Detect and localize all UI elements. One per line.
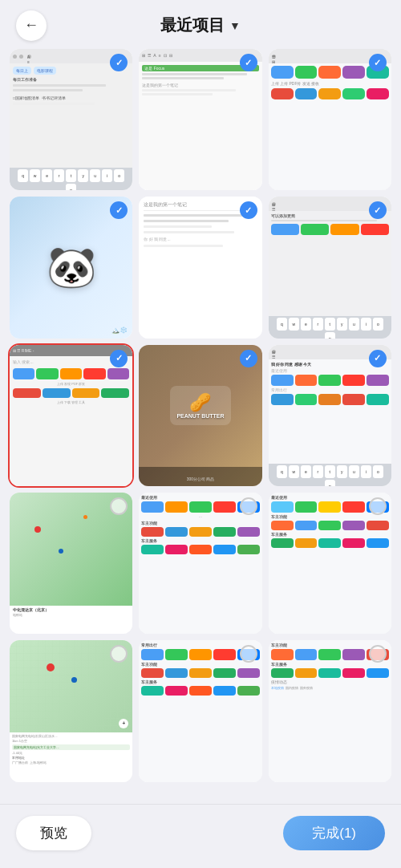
thumb-preview-5: 这是我的第一个笔记 你 好 我 同意... — [139, 197, 261, 338]
select-check-5[interactable] — [240, 201, 257, 219]
header: ← 最近项目 ▼ — [0, 0, 401, 46]
thumb-item-6[interactable]: ⊞ ☰ A ≡ ⊡ ⊟ 可以添加更简 qwe rty uiop — [269, 197, 391, 338]
bottom-bar: 预览 完成(1) — [0, 804, 401, 868]
thumb-item-5[interactable]: 这是我的第一个笔记 你 好 我 同意... — [139, 197, 261, 338]
thumb-item-14[interactable]: 常用出行 车主功能 — [139, 640, 261, 781]
select-check-12[interactable] — [369, 497, 387, 515]
back-icon: ← — [24, 17, 38, 34]
back-button[interactable]: ← — [16, 10, 47, 41]
thumb-item-11[interactable]: 最近使用 ··· 车主功能 — [139, 493, 261, 634]
select-check-11[interactable] — [240, 497, 257, 515]
select-check-8[interactable] — [240, 350, 257, 367]
select-check-14[interactable] — [240, 645, 257, 663]
select-check-2[interactable] — [240, 54, 257, 71]
thumb-preview-14: 常用出行 车主功能 — [139, 640, 261, 781]
dropdown-chevron-icon[interactable]: ▼ — [229, 19, 241, 32]
thumbnail-grid: A ≡ ⊞ 每日上 电影课程 每日工作准备 □国家地图清单 书书记评清单 — [0, 46, 401, 862]
thumb-item-12[interactable]: 最近使用 车主功能 — [269, 493, 391, 634]
thumb-item-7[interactable]: ⊞ ☰ RIME - 输入 搜索... 上传 发现 PDF 群发 — [10, 345, 132, 486]
title-text: 最近项目 — [160, 14, 225, 36]
header-title: 最近项目 ▼ — [160, 14, 241, 36]
select-check-3[interactable] — [369, 54, 387, 71]
done-button[interactable]: 完成(1) — [283, 816, 385, 850]
thumb-item-2[interactable]: ⊞☰A≡⊡⊟ 这是 Focus 这是我的第一个笔记 — [139, 49, 261, 190]
thumb-item-13[interactable]: + 国家电网充电站(石景山区淡水... 1km 1台空 国家电网充电站(光方工业… — [10, 640, 132, 781]
thumb-item-10[interactable]: 中化混达京（北京） 地铁站 — [10, 493, 132, 634]
preview-button[interactable]: 预览 — [16, 816, 91, 850]
thumb-item-1[interactable]: A ≡ ⊞ 每日上 电影课程 每日工作准备 □国家地图清单 书书记评清单 — [10, 49, 132, 190]
select-check-9[interactable] — [369, 350, 387, 367]
thumb-item-15[interactable]: 车主功能 车主服务 — [269, 640, 391, 781]
thumb-item-9[interactable]: ⊞ ☰ A ≡ ⊡ ⊟ 我 好你 同意 感谢 今天 最近使用 常用出行 — [269, 345, 391, 486]
select-check-7[interactable] — [110, 350, 128, 367]
thumb-item-4[interactable]: 🐼 🏔️❄️ — [10, 197, 132, 338]
thumb-item-8[interactable]: 🥜 PEANUT BUTTER 300分公司 商品 — [139, 345, 261, 486]
thumb-item-3[interactable]: ☰ ⊞ A ≡ ⊡ ⊟ 上传 上传 PDF传 发送 接收 — [269, 49, 391, 190]
